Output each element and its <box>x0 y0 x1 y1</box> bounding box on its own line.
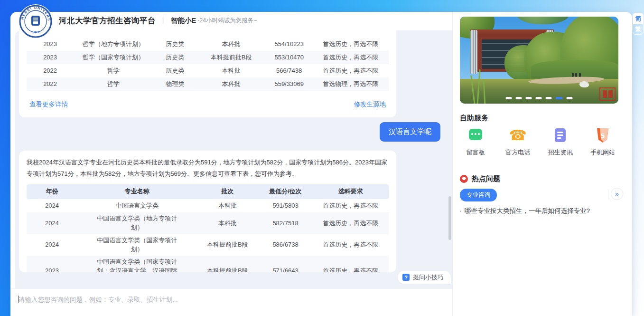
cell-batch: 本科批 <box>197 78 266 91</box>
table-row: 2023 中国语言文学类（国家专项计划：含汉语言文学、汉语国际教 本科提前批B段… <box>27 256 389 272</box>
cell-score-rank: 554/10223 <box>266 38 313 51</box>
cell-year: 2024 <box>27 239 77 251</box>
cell-subject-type: 物理类 <box>153 78 197 91</box>
change-origin-link[interactable]: 修改生源地 <box>354 100 386 109</box>
cell-subject-type: 历史类 <box>153 51 197 64</box>
cell-year: 2024 <box>27 217 77 230</box>
cell-requirement: 首选历史，再选不限 <box>313 200 389 212</box>
chevron-double-right-icon: » <box>615 190 619 198</box>
topic-tag-major-consult[interactable]: 专业咨询 <box>460 189 497 201</box>
carousel-dot[interactable] <box>556 97 563 99</box>
cell-batch: 本科批 <box>197 65 266 77</box>
table-row: 2023 哲学（国家专项计划） 历史类 本科提前批B段 553/10470 首选… <box>27 51 389 64</box>
table-row: 2024 中国语言文学类（国家专项计划） 本科提前批B段 586/6738 首选… <box>27 234 389 256</box>
services-row: 留言板 ☎ 官方电话 招生资讯 5 手机网站 <box>459 127 619 157</box>
carousel-dots <box>506 97 573 99</box>
header-year: 年份 <box>27 185 77 198</box>
tips-button-label: 提问小技巧 <box>413 273 444 282</box>
cell-score-rank: 586/6738 <box>258 239 312 251</box>
input-placeholder: 请输入您想咨询的问题，例如：专业、录取、招生计划... <box>19 296 177 303</box>
cell-score-rank: 553/10470 <box>266 51 313 64</box>
sidebar: 自助服务 留言板 ☎ 官方电话 招生资讯 5 手机网站 <box>452 12 632 316</box>
view-more-link[interactable]: 查看更多详情 <box>29 100 68 109</box>
hot-topics-header: 热点问题 <box>460 174 500 183</box>
lang-traditional-button[interactable]: 繁 <box>633 24 643 34</box>
cell-major: 中国语言文学类（国家专项计划：含汉语言文学、汉语国际教 <box>77 256 197 272</box>
white-stone <box>579 81 589 87</box>
cell-year: 2023 <box>27 51 74 64</box>
bot-name: 智能小E <box>171 16 196 25</box>
table-row: 2022 哲学 物理类 本科批 559/33069 首选物理，再选不限 <box>27 77 389 91</box>
carousel-dot[interactable] <box>567 97 573 99</box>
cell-score-rank: 566/7438 <box>266 65 313 77</box>
cell-score-rank: 559/33069 <box>266 78 313 91</box>
carousel-dot[interactable] <box>506 97 512 99</box>
table-row: 2023 哲学（地方专项计划） 历史类 本科批 554/10223 首选历史，再… <box>27 38 389 51</box>
person-silhouette <box>572 73 574 77</box>
tips-button[interactable]: ? 提问小技巧 <box>398 271 451 284</box>
service-item-admission-news[interactable]: 招生资讯 <box>544 127 577 157</box>
title-separator: 丨 <box>160 17 167 25</box>
cell-year: 2022 <box>27 78 74 91</box>
service-tagline: ·24小时竭诚为您服务~ <box>197 17 257 25</box>
university-seal-icon: HEBEI UNIVERSITY ·1921· <box>18 4 53 39</box>
cell-subject-type: 历史类 <box>153 38 197 51</box>
user-message-bubble: 汉语言文学呢 <box>380 122 440 142</box>
service-item-message-board[interactable]: 留言板 <box>459 127 492 157</box>
cell-major: 中国语言文学类（地方专项计划） <box>77 212 197 234</box>
cell-major: 哲学 <box>74 78 153 91</box>
topics-divider <box>608 189 608 200</box>
topics-next-button[interactable]: » <box>611 188 623 200</box>
table-row: 2022 哲学 历史类 本科批 566/7438 首选历史，再选不限 <box>27 64 389 77</box>
carousel-dot[interactable] <box>526 97 532 99</box>
carousel-dot[interactable] <box>536 97 542 99</box>
cell-requirement: 首选历史，再选不限 <box>313 65 389 77</box>
cell-year: 2023 <box>27 265 77 272</box>
cell-year: 2023 <box>27 38 74 51</box>
photo-watermark-seal <box>599 87 616 101</box>
cell-requirement: 首选历史，再选不限 <box>313 51 389 64</box>
chat-input[interactable]: 请输入您想咨询的问题，例如：专业、录取、招生计划... <box>10 288 452 316</box>
service-label: 留言板 <box>459 148 492 157</box>
cell-requirement: 首选物理，再选不限 <box>313 78 389 91</box>
cell-year: 2024 <box>27 200 77 212</box>
hot-question-text: 哪些专业按大类招生，一年后如何选择专业? <box>465 207 590 215</box>
carousel-dot[interactable] <box>546 97 552 99</box>
tree-decoration <box>531 60 618 78</box>
bot-message-card-history: 2023 哲学（地方专项计划） 历史类 本科批 554/10223 首选历史，再… <box>19 30 396 117</box>
table-row: 2024 中国语言文学类（地方专项计划） 本科批 582/7518 首选历史，再… <box>27 212 389 234</box>
table-links-row: 查看更多详情 修改生源地 <box>27 91 389 110</box>
campus-carousel[interactable] <box>460 17 618 104</box>
cell-batch: 本科提前批B段 <box>197 239 259 251</box>
building-pillar <box>470 30 477 74</box>
self-service-title: 自助服务 <box>460 114 488 123</box>
service-item-mobile-site[interactable]: 5 手机网站 <box>586 127 619 157</box>
cell-requirement: 首选历史，再选不限 <box>313 239 389 251</box>
header-requirement: 选科要求 <box>313 185 389 198</box>
mobile-site-icon: 5 <box>597 128 608 143</box>
cell-batch: 本科批 <box>197 38 266 51</box>
carousel-dot[interactable] <box>516 97 522 99</box>
service-item-official-phone[interactable]: ☎ 官方电话 <box>501 127 534 157</box>
hot-question-item[interactable]: 哪些专业按大类招生，一年后如何选择专业? <box>460 207 590 215</box>
cell-requirement: 首选历史，再选不限 <box>313 265 389 272</box>
chat-column: 2023 哲学（地方专项计划） 历史类 本科批 554/10223 首选历史，再… <box>10 29 452 316</box>
cell-batch: 本科提前批B段 <box>197 51 266 64</box>
service-label: 官方电话 <box>501 148 534 157</box>
flame-icon <box>460 175 468 183</box>
header-score-rank: 最低分/位次 <box>258 185 312 198</box>
bullet-icon <box>460 211 461 212</box>
table-row: 2024 中国语言文学类 本科批 591/5803 首选历史，再选不限 <box>27 199 389 212</box>
cell-batch: 本科提前批B段 <box>197 265 259 272</box>
service-label: 招生资讯 <box>544 148 577 157</box>
svg-text:·1921·: ·1921· <box>31 30 40 34</box>
cell-score-rank: 582/7518 <box>258 217 312 230</box>
cell-score-rank: 591/5803 <box>258 200 312 212</box>
cell-major: 哲学 <box>74 65 153 77</box>
header-batch: 批次 <box>197 185 259 198</box>
chat-message-area[interactable]: 2023 哲学（地方专项计划） 历史类 本科批 554/10223 首选历史，再… <box>15 30 452 288</box>
chat-scrollbar-thumb[interactable] <box>448 196 451 240</box>
bot-message-card-reply: 我校2024年汉语言文学专业在河北历史类本科批的最低录取分为591分，地方专项计… <box>19 151 396 272</box>
question-mark-icon: ? <box>402 274 410 281</box>
lang-simplified-button[interactable]: 简 <box>633 13 643 24</box>
